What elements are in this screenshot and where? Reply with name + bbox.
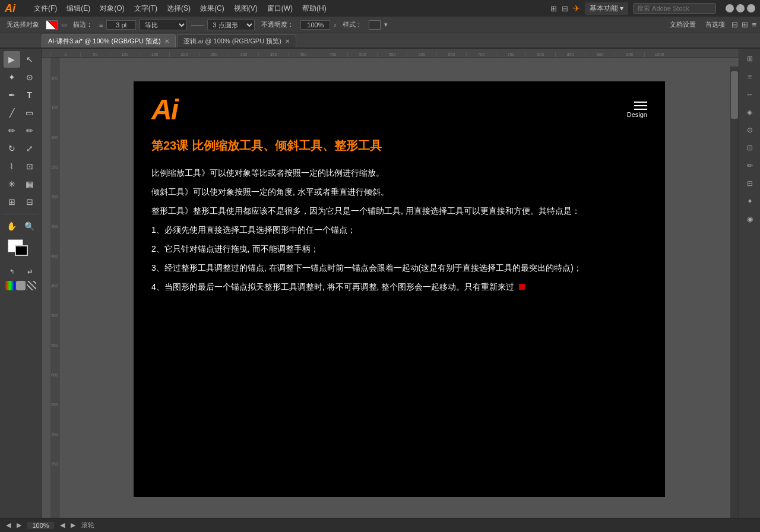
none-mode-btn[interactable] bbox=[27, 281, 36, 290]
arrange-icon[interactable]: ⊟ bbox=[562, 4, 568, 13]
artboard-tool[interactable]: ⊞ bbox=[4, 194, 20, 210]
line-tool[interactable]: ╱ bbox=[4, 104, 20, 121]
fill-stroke-indicator bbox=[8, 239, 34, 261]
lesson-para-5: 3、经过整形工具调整过的锚点, 在调整下一锚点时前一锚点会跟着一起动(这是有别于… bbox=[151, 259, 647, 276]
close-button[interactable] bbox=[747, 4, 755, 12]
right-panel-btn-7[interactable]: ✏ bbox=[742, 158, 758, 173]
right-panel-btn-3[interactable]: ↔ bbox=[742, 87, 758, 102]
hand-tool[interactable]: ✋ bbox=[4, 218, 20, 235]
menu-help[interactable]: 帮助(H) bbox=[298, 2, 331, 15]
style-swatch[interactable] bbox=[369, 20, 381, 30]
tabs-bar: AI-课件3.ai* @ 100% (RGB/GPU 预览) ✕ 逻辑.ai @… bbox=[0, 33, 760, 49]
menu-effect[interactable]: 效果(C) bbox=[196, 2, 229, 15]
arrange-panels-icon[interactable]: ⊞ bbox=[742, 20, 748, 29]
stroke-icon: ▭ bbox=[61, 21, 66, 28]
artboard-body: 第23课 比例缩放工具、倾斜工具、整形工具 比例缩放工具》可以使对象等比或者按照… bbox=[134, 132, 665, 309]
lesson-para-1: 倾斜工具》可以使对象按照一定的角度, 水平或者垂直进行倾斜。 bbox=[151, 183, 647, 200]
lasso-tool[interactable]: ⊙ bbox=[21, 69, 38, 86]
vertical-scrollbar[interactable] bbox=[730, 66, 739, 518]
tab-logic-close[interactable]: ✕ bbox=[285, 38, 290, 45]
right-panel-btn-10[interactable]: ◉ bbox=[742, 211, 758, 227]
right-panel-btn-6[interactable]: ⊡ bbox=[742, 140, 758, 156]
type-tool[interactable]: T bbox=[21, 87, 38, 103]
status-nav-next[interactable]: ▶ bbox=[71, 521, 75, 529]
status-arrow-left[interactable]: ◀ bbox=[6, 521, 11, 529]
menu-object[interactable]: 对象(O) bbox=[96, 2, 128, 15]
menu-view[interactable]: 视图(V) bbox=[230, 2, 262, 15]
menu-text[interactable]: 文字(T) bbox=[130, 2, 162, 15]
right-panel-btn-5[interactable]: ⊙ bbox=[742, 122, 758, 138]
menu-edit[interactable]: 编辑(E) bbox=[62, 2, 94, 15]
rotate-tool[interactable]: ↻ bbox=[4, 140, 20, 157]
app-logo: Ai bbox=[5, 2, 24, 15]
right-panel-btn-4[interactable]: ◈ bbox=[742, 104, 758, 120]
adobe-stock-search[interactable] bbox=[633, 3, 716, 14]
style-label: 样式： bbox=[340, 19, 365, 30]
scale-tool[interactable]: ⤢ bbox=[21, 140, 38, 157]
right-panel-btn-8[interactable]: ⊟ bbox=[742, 176, 758, 191]
selection-tool[interactable]: ▶ bbox=[4, 51, 20, 68]
panel-toggle-icon[interactable]: ⊟ bbox=[732, 20, 738, 29]
doc-settings-btn[interactable]: 文档设置 bbox=[667, 19, 699, 30]
stroke-weight-input[interactable] bbox=[106, 20, 136, 30]
menu-file[interactable]: 文件(F) bbox=[30, 2, 61, 15]
right-panel-btn-9[interactable]: ✦ bbox=[742, 194, 758, 209]
ruler-top: 0 50 100 150 200 250 300 350 400 450 500… bbox=[42, 49, 739, 58]
top-menu-bar: Ai 文件(F) 编辑(E) 对象(O) 文字(T) 选择(S) 效果(C) 视… bbox=[0, 0, 760, 17]
tab-logic-label: 逻辑.ai @ 100% (RGB/GPU 预览) bbox=[183, 37, 281, 46]
warp-tool[interactable]: ⌇ bbox=[4, 158, 20, 175]
share-icon[interactable]: ✈ bbox=[573, 4, 580, 13]
rect-tool[interactable]: ▭ bbox=[21, 104, 38, 121]
pen-tool[interactable]: ✒ bbox=[4, 87, 20, 103]
menu-icon[interactable]: ≡ bbox=[752, 20, 756, 29]
stroke-type-select[interactable]: 等比 bbox=[140, 20, 187, 30]
magic-wand-tool[interactable]: ✦ bbox=[4, 69, 20, 86]
top-bar-right: ⊞ ⊟ ✈ 基本功能 ▾ bbox=[550, 2, 755, 15]
stroke-profile-select[interactable]: 3 点圆形 bbox=[207, 20, 255, 30]
lesson-para-3: 1、必须先使用直接选择工具选择图形中的任一个锚点； bbox=[151, 221, 647, 238]
basic-feature-btn[interactable]: 基本功能 ▾ bbox=[585, 2, 628, 15]
tab-logic[interactable]: 逻辑.ai @ 100% (RGB/GPU 预览) ✕ bbox=[177, 34, 296, 48]
paintbrush-tool[interactable]: ✏ bbox=[4, 122, 20, 139]
lesson-para-6: 4、当图形的最后一个锚点拟天整形工具调整时, 将不可再调整, 整个图形会一起移动… bbox=[151, 278, 647, 295]
minimize-button[interactable] bbox=[726, 4, 734, 12]
free-transform-tool[interactable]: ⊡ bbox=[21, 158, 38, 175]
stroke-box[interactable] bbox=[15, 245, 28, 256]
tab-ai-course[interactable]: AI-课件3.ai* @ 100% (RGB/GPU 预览) ✕ bbox=[42, 34, 176, 48]
slice-tool[interactable]: ⊟ bbox=[21, 194, 38, 210]
opacity-expand-icon[interactable]: › bbox=[334, 21, 336, 28]
stroke-dash-icon: —— bbox=[191, 21, 204, 28]
design-label: Design bbox=[627, 111, 647, 118]
right-panel-btn-2[interactable]: ≡ bbox=[742, 69, 758, 84]
scrollbar-thumb[interactable] bbox=[731, 71, 738, 119]
artboard-header: Ai Design bbox=[134, 81, 665, 132]
canvas-content: 100 150 200 250 300 350 400 450 500 550 … bbox=[50, 58, 739, 518]
reset-colors-btn[interactable]: ↰ bbox=[4, 263, 20, 280]
fill-stroke-swatch[interactable] bbox=[46, 20, 58, 30]
symbol-tool[interactable]: ✳ bbox=[4, 176, 20, 192]
color-mode-btn[interactable] bbox=[5, 281, 15, 290]
right-panel-btn-1[interactable]: ⊞ bbox=[742, 51, 758, 66]
tab-ai-course-close[interactable]: ✕ bbox=[164, 38, 169, 45]
status-nav-prev[interactable]: ◀ bbox=[60, 521, 65, 529]
menu-window[interactable]: 窗口(W) bbox=[263, 2, 297, 15]
zoom-tool[interactable]: 🔍 bbox=[21, 218, 38, 235]
zoom-input[interactable] bbox=[27, 522, 54, 529]
preferences-btn[interactable]: 首选项 bbox=[702, 19, 728, 30]
status-arrow-right[interactable]: ▶ bbox=[17, 521, 21, 529]
artboard: Ai Design 第23课 比例缩放工具、倾斜工具、整形工具 bbox=[134, 81, 665, 497]
gradient-mode-btn[interactable] bbox=[16, 281, 26, 290]
style-expand-icon[interactable]: ▾ bbox=[384, 21, 388, 28]
opacity-input[interactable] bbox=[300, 20, 330, 30]
pencil-tool[interactable]: ✏ bbox=[21, 122, 38, 139]
menu-select[interactable]: 选择(S) bbox=[163, 2, 195, 15]
main-layout: ▶ ↖ ✦ ⊙ ✒ T ╱ ▭ ✏ ✏ ↻ ⤢ ⌇ ⊡ ✳ ▦ bbox=[0, 49, 760, 518]
swap-colors-btn[interactable]: ⇄ bbox=[21, 263, 38, 280]
lesson-para-4: 2、它只针对锚点进行拖曳, 而不能调整手柄； bbox=[151, 240, 647, 257]
ruler-left: 100 150 200 250 300 350 400 450 500 550 … bbox=[50, 58, 59, 518]
direct-select-tool[interactable]: ↖ bbox=[21, 51, 38, 68]
workspace-icon[interactable]: ⊞ bbox=[550, 4, 557, 13]
maximize-button[interactable] bbox=[736, 4, 745, 12]
text-overflow-marker bbox=[519, 284, 525, 290]
graph-tool[interactable]: ▦ bbox=[21, 176, 38, 192]
